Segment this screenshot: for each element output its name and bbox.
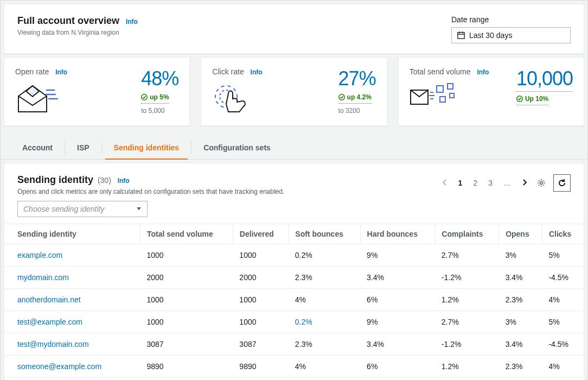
- refresh-button[interactable]: [553, 174, 571, 192]
- svg-point-13: [540, 182, 543, 185]
- date-range-value: Last 30 days: [469, 31, 512, 40]
- tab-account[interactable]: Account: [14, 137, 61, 159]
- chevron-left-icon: [442, 179, 448, 186]
- cell-identity[interactable]: email@anotherdomain.com: [4, 378, 140, 381]
- col-opens[interactable]: Opens: [499, 224, 542, 244]
- cell-clicks: 5%: [542, 378, 584, 381]
- cell-hard_bounces: 9%: [360, 378, 435, 381]
- col-hard-bounces[interactable]: Hard bounces: [360, 224, 435, 244]
- svg-rect-9: [448, 84, 453, 89]
- col-complaints[interactable]: Complaints: [435, 224, 499, 244]
- settings-button[interactable]: [537, 179, 546, 187]
- tab-configuration-sets[interactable]: Configuration sets: [195, 137, 279, 159]
- cell-identity[interactable]: test@example.com: [4, 311, 140, 333]
- pagination-page-3[interactable]: 3: [486, 178, 495, 188]
- caret-down-icon: [136, 207, 142, 211]
- svg-rect-8: [437, 86, 443, 92]
- cell-complaints: 2.7%: [435, 311, 499, 333]
- tab-divider: [191, 142, 191, 154]
- cell-hard_bounces: 9%: [360, 244, 435, 267]
- calendar-icon: [457, 31, 465, 39]
- cell-identity[interactable]: test@mydomain.com: [4, 333, 140, 356]
- section-title: Sending identity: [17, 174, 93, 185]
- cell-identity[interactable]: anotherdomain.net: [4, 289, 140, 311]
- stat-card-send-volume: Total send volume Info 10,000 Up 10%: [398, 57, 584, 126]
- pagination-next[interactable]: [520, 178, 529, 189]
- info-link-click-rate[interactable]: Info: [251, 68, 263, 76]
- pointer-click-icon: [212, 83, 327, 117]
- cell-delivered: 3729: [233, 378, 288, 381]
- cell-soft_bounces: 2.3%: [289, 267, 360, 289]
- cell-complaints: -1.2%: [435, 333, 499, 356]
- section-subtitle: Opens and click metrics are only calcula…: [17, 188, 284, 195]
- cell-opens: 3%: [499, 378, 542, 381]
- table-row: someone@example.com989098904%6%1.2%2.3%4…: [4, 356, 584, 378]
- cell-identity[interactable]: example.com: [4, 244, 140, 267]
- tab-isp[interactable]: ISP: [68, 137, 98, 159]
- refresh-icon: [558, 179, 566, 187]
- cell-volume: 9890: [140, 356, 233, 378]
- cell-volume: 2000: [140, 267, 233, 289]
- info-link-open-rate[interactable]: Info: [55, 68, 67, 76]
- open-rate-label: Open rate: [15, 67, 49, 76]
- click-rate-label: Click rate: [212, 67, 244, 76]
- cell-hard_bounces: 3.4%: [360, 333, 435, 356]
- open-rate-to: to 5,000: [141, 107, 178, 115]
- info-link-section[interactable]: Info: [118, 177, 130, 185]
- col-clicks[interactable]: Clicks: [542, 224, 584, 244]
- section-count: (30): [98, 176, 111, 185]
- pagination-page-1[interactable]: 1: [456, 178, 465, 188]
- click-rate-value: 27%: [338, 67, 376, 90]
- tab-divider: [65, 142, 65, 154]
- cell-delivered: 1000: [233, 244, 288, 267]
- col-delivered[interactable]: Delivered: [233, 224, 288, 244]
- table-row: anotherdomain.net100010004%6%1.2%2.3%4%: [4, 289, 584, 311]
- tab-divider: [101, 142, 102, 154]
- table-row: test@mydomain.com308730872.3%3.4%-1.2%3.…: [4, 333, 584, 356]
- open-rate-change: up 5%: [141, 93, 169, 104]
- cell-complaints: 2.7%: [435, 378, 499, 381]
- tabs-bar: Account ISP Sending identities Configura…: [1, 137, 587, 160]
- date-range-select[interactable]: Last 30 days: [451, 27, 571, 43]
- col-soft-bounces[interactable]: Soft bounces: [289, 224, 360, 244]
- cell-volume: 1000: [140, 244, 233, 267]
- cell-soft_bounces: 4%: [289, 356, 360, 378]
- cell-soft_bounces: 0.2%: [289, 378, 360, 381]
- click-rate-to: to 3200: [338, 107, 376, 115]
- cell-opens: 2.3%: [499, 289, 542, 311]
- stat-card-open-rate: Open rate Info 48% up 5% to 5,000: [4, 57, 190, 126]
- cell-volume: 1000: [140, 289, 233, 311]
- info-link-header[interactable]: Info: [126, 18, 138, 26]
- col-volume[interactable]: Total send volume: [140, 224, 233, 244]
- cell-identity[interactable]: mydomain.com: [4, 267, 140, 289]
- cell-complaints: 1.2%: [435, 289, 499, 311]
- sending-identity-table: Sending identity Total send volume Deliv…: [4, 224, 584, 380]
- cell-hard_bounces: 6%: [360, 356, 435, 378]
- svg-rect-10: [440, 97, 445, 102]
- tab-sending-identities[interactable]: Sending identities: [105, 137, 188, 160]
- chevron-right-icon: [522, 179, 527, 186]
- sending-identity-filter[interactable]: Choose sending identity: [17, 201, 148, 217]
- click-rate-change: up 4.2%: [338, 93, 372, 104]
- filter-placeholder: Choose sending identity: [23, 205, 104, 213]
- cell-delivered: 9890: [233, 356, 288, 378]
- stat-card-click-rate: Click rate Info 27% up 4.2% to 3200: [201, 57, 387, 126]
- cell-complaints: 1.2%: [435, 356, 499, 378]
- pagination-prev[interactable]: [440, 178, 450, 189]
- cell-volume: 3087: [140, 333, 233, 356]
- col-identity[interactable]: Sending identity: [4, 224, 140, 244]
- cell-identity[interactable]: someone@example.com: [4, 356, 140, 378]
- table-row: test@example.com100010000.2%9%2.7%3%5%: [4, 311, 584, 333]
- cell-clicks: 5%: [542, 311, 584, 333]
- cell-soft_bounces[interactable]: 0.2%: [289, 311, 360, 333]
- check-circle-icon: [516, 96, 523, 102]
- table-row: email@anotherdomain.com372937290.2%9%2.7…: [4, 378, 584, 381]
- cell-opens: 3.4%: [499, 333, 542, 356]
- info-link-send-volume[interactable]: Info: [477, 68, 489, 76]
- envelope-open-icon: [15, 83, 130, 117]
- sending-identity-card: Sending identity (30) Info Opens and cli…: [4, 163, 584, 380]
- cell-clicks: 4%: [542, 289, 584, 311]
- table-row: mydomain.com200020002.3%3.4%-1.2%3.4%-4.…: [4, 267, 584, 289]
- pagination-page-2[interactable]: 2: [471, 178, 480, 188]
- cell-delivered: 1000: [233, 289, 288, 311]
